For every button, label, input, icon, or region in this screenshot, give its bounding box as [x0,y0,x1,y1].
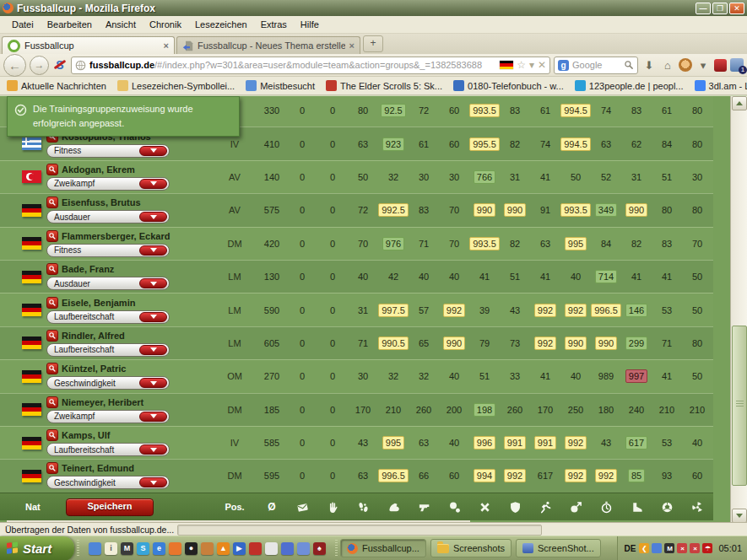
url-bar[interactable]: fussballcup.de/#/index.php?w=301&area=us… [71,57,550,74]
select-dropdown-button[interactable] [139,378,167,388]
select-dropdown-button[interactable] [139,477,167,487]
player-name[interactable]: Bade, Franz [62,264,114,274]
magnifier-icon[interactable] [46,197,58,208]
select-dropdown-button[interactable] [139,412,167,422]
player-name[interactable]: Eisele, Benjamin [62,298,135,308]
new-tab-button[interactable]: + [363,35,383,52]
language-indicator[interactable]: DE [625,544,636,553]
training-select[interactable]: Geschwindigkeit [46,476,170,489]
magnifier-icon[interactable] [46,363,58,374]
bookmark-item[interactable]: The Elder Scrolls 5: Sk... [326,80,442,91]
magnifier-icon[interactable] [46,396,58,408]
back-button[interactable]: ← [3,54,26,77]
magnifier-icon[interactable] [46,330,58,342]
magnifier-icon[interactable] [46,462,58,474]
mouse-icon[interactable] [265,542,278,555]
player-link[interactable]: Niemeyer, Heribert [46,396,173,408]
taskbar-button-folder[interactable]: Screenshots [430,539,512,557]
minimize-button[interactable]: — [696,3,711,14]
bookmark-star-icon[interactable]: ☆ [517,59,526,71]
close-button[interactable]: ✕ [729,3,744,14]
player-link[interactable]: Teinert, Edmund [46,462,173,474]
search-magnifier-icon[interactable] [624,60,634,70]
tab-neues-thema[interactable]: Fussballcup - Neues Thema erstellen × [176,36,360,54]
player-name[interactable]: Akdogan, Ekrem [62,164,135,175]
stop-icon[interactable]: ✕ [538,59,546,71]
bookmark-item[interactable]: Meistbesucht [246,80,315,91]
training-select[interactable]: Laufbereitschaft [46,443,170,456]
explorer-icon[interactable] [297,542,310,555]
downloads-icon[interactable]: ⬇ [641,59,657,72]
dropdown-chevron-icon[interactable]: ▾ [529,59,534,71]
select-dropdown-button[interactable] [139,245,167,256]
vlc-cone-icon[interactable]: ▲ [217,542,230,555]
training-select[interactable]: Geschwindigkeit [46,376,170,390]
player-link[interactable]: Küntzel, Patric [46,363,173,374]
menu-chronik[interactable]: Chronik [143,18,188,31]
training-select[interactable]: Laufbereitschaft [46,310,170,324]
monkey-addon-icon[interactable] [679,58,692,72]
player-link[interactable]: Kamps, Ulf [46,429,173,441]
scroll-up-button[interactable] [732,96,747,110]
player-link[interactable]: Akdogan, Ekrem [46,164,173,175]
player-name[interactable]: Niemeyer, Heribert [62,397,143,407]
menu-datei[interactable]: Datei [5,18,41,31]
internet-explorer-icon[interactable]: e [153,542,165,555]
bookmark-item[interactable]: Aktuelle Nachrichten [7,80,106,91]
noscript-icon[interactable]: S [52,57,68,73]
magnifier-icon[interactable] [46,230,58,242]
mail-icon[interactable]: M [664,543,674,553]
tab-fussballcup[interactable]: Fussballcup × [2,36,175,54]
player-name[interactable]: Flammersberger, Eckard [62,231,170,241]
magnifier-icon[interactable] [46,297,58,309]
bookmark-item[interactable]: 0180-Telefonbuch - w... [453,80,564,91]
magnifier-icon[interactable] [46,263,58,275]
search-box[interactable]: g Google [554,57,638,74]
training-select[interactable]: Ausdauer [46,210,170,223]
chat-icon[interactable] [281,542,294,555]
toolbar-chevron-icon[interactable]: ▾ [696,59,711,72]
firefox-icon[interactable] [169,542,181,555]
quicklaunch-grip[interactable] [77,540,79,557]
select-dropdown-button[interactable] [139,212,167,222]
select-dropdown-button[interactable] [139,444,167,455]
save-button[interactable]: Speichern [66,498,154,516]
flag-germany-icon[interactable] [500,61,513,69]
player-name[interactable]: Rindler, Alfred [62,331,125,341]
scrollbar-thumb[interactable] [732,326,747,486]
select-dropdown-button[interactable] [139,312,167,322]
menu-hilfe[interactable]: Hilfe [294,18,326,31]
forward-button[interactable]: → [30,56,49,75]
menu-bearbeiten[interactable]: Bearbeiten [41,18,99,31]
contacts-addon-icon[interactable]: 1 [730,58,744,72]
messenger-icon[interactable] [89,542,101,555]
training-select[interactable]: Laufbereitschaft [46,343,170,357]
menu-lesezeichen[interactable]: Lesezeichen [188,18,254,31]
taskbar-button-firefox[interactable]: Fussballcup... [340,539,426,557]
vertical-scrollbar[interactable] [730,96,747,522]
bookmark-item[interactable]: 123people.de | peopl... [575,80,684,91]
player-link[interactable]: Rindler, Alfred [46,330,173,342]
bookmark-item[interactable]: Lesezeichen-Symbollei... [117,80,235,91]
window-icon[interactable] [652,543,662,553]
menu-ansicht[interactable]: Ansicht [99,18,143,31]
player-link[interactable]: Flammersberger, Eckard [46,230,173,242]
url-text[interactable]: fussballcup.de/#/index.php?w=301&area=us… [89,60,496,70]
player-link[interactable]: Bade, Franz [46,263,173,275]
player-link[interactable]: Eisenfuss, Brutus [46,197,173,208]
gmail-icon[interactable]: M [121,542,133,555]
start-button[interactable]: Start [0,536,74,560]
training-select[interactable]: Ausdauer [46,277,170,290]
magnifier-icon[interactable] [46,429,58,441]
disabled-network-icon-2[interactable]: × [690,543,700,553]
taskbar-button-app[interactable]: ScreenShot... [516,539,601,557]
restore-arrow-icon[interactable]: ❮ [639,543,649,553]
avira-umbrella-icon[interactable]: ☂ [702,543,712,553]
training-select[interactable]: Fitness [46,244,170,257]
player-name[interactable]: Teinert, Edmund [62,463,134,473]
select-dropdown-button[interactable] [139,278,167,288]
disabled-network-icon[interactable]: × [677,543,687,553]
skype-icon[interactable]: S [137,542,149,555]
training-select[interactable]: Zweikampf [46,177,170,191]
magnifier-icon[interactable] [46,164,58,175]
